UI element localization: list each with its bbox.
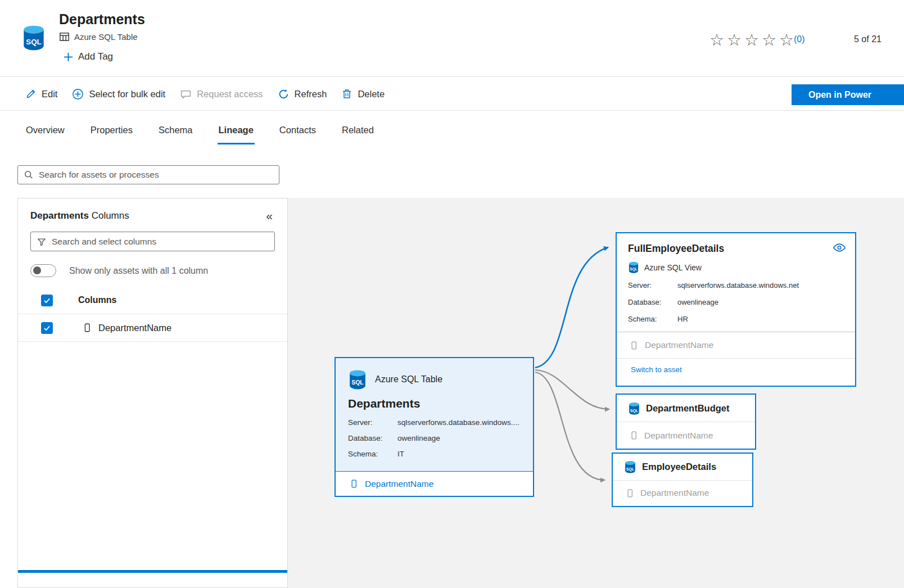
show-only-assets-toggle[interactable] xyxy=(30,264,56,277)
asset-search-input[interactable] xyxy=(39,170,273,180)
toggle-knob xyxy=(33,266,41,274)
column-name-label: DepartmentName xyxy=(98,323,171,333)
node-column-row[interactable]: DepartmentName xyxy=(336,471,533,496)
edge-departments-to-fullemployeedetails xyxy=(535,247,608,368)
lineage-content: Departments Columns « Show only assets w… xyxy=(0,198,904,588)
azure-sql-icon: SQL xyxy=(628,402,640,415)
tab-properties[interactable]: Properties xyxy=(89,119,134,144)
preview-icon[interactable] xyxy=(833,243,846,254)
schema-value: IT xyxy=(397,450,404,458)
edge-departments-to-employeedetails xyxy=(535,372,605,480)
svg-text:SQL: SQL xyxy=(630,408,639,413)
node-title: DepartmentBudget xyxy=(646,403,730,414)
bulk-edit-button[interactable]: Select for bulk edit xyxy=(72,88,165,100)
column-icon xyxy=(82,323,92,333)
refresh-label: Refresh xyxy=(295,89,327,99)
add-tag-label: Add Tag xyxy=(78,51,113,62)
svg-text:SQL: SQL xyxy=(626,467,635,471)
command-bar: Edit Select for bulk edit Request access xyxy=(0,78,904,111)
star-rating[interactable]: ☆☆☆☆☆ xyxy=(709,30,797,49)
add-tag-button[interactable]: Add Tag xyxy=(64,51,113,62)
toggle-label: Show only assets with all 1 column xyxy=(69,266,208,276)
columns-panel: Departments Columns « Show only assets w… xyxy=(17,198,288,588)
column-search-box xyxy=(30,232,275,251)
rating-count[interactable]: (0) xyxy=(794,34,805,44)
database-value: owenlineage xyxy=(677,298,718,306)
departmentname-checkbox[interactable] xyxy=(41,322,53,334)
tab-contacts[interactable]: Contacts xyxy=(278,119,317,144)
database-label: Database: xyxy=(628,298,677,306)
edge-departments-to-departmentbudget xyxy=(535,370,609,409)
panel-title-asset: Departments xyxy=(30,210,89,221)
collapse-panel-button[interactable]: « xyxy=(266,209,273,223)
database-value: owenlineage xyxy=(397,434,440,442)
node-column-name[interactable]: DepartmentName xyxy=(365,479,433,489)
lineage-node-departmentbudget[interactable]: SQL DepartmentBudget DepartmentName xyxy=(616,393,756,450)
open-in-power-bi-button[interactable]: Open in Power xyxy=(792,84,904,105)
trash-icon xyxy=(341,88,352,99)
node-column-row[interactable]: DepartmentName xyxy=(617,332,855,358)
toggle-row: Show only assets with all 1 column xyxy=(18,251,287,287)
svg-text:SQL: SQL xyxy=(351,379,364,386)
azure-sql-icon: SQL xyxy=(624,460,636,473)
tab-lineage[interactable]: Lineage xyxy=(218,119,255,144)
column-search-input[interactable] xyxy=(52,237,269,247)
star-icon[interactable]: ☆ xyxy=(709,31,727,49)
edit-label: Edit xyxy=(42,89,57,99)
server-label: Server: xyxy=(348,418,397,427)
server-label: Server: xyxy=(628,281,677,290)
column-row-departmentname[interactable]: DepartmentName xyxy=(18,314,287,342)
plus-icon xyxy=(64,52,73,62)
column-icon xyxy=(349,479,359,489)
columns-checkbox[interactable] xyxy=(41,295,53,306)
star-icon[interactable]: ☆ xyxy=(762,31,779,49)
node-column-name: DepartmentName xyxy=(645,340,713,350)
azure-sql-icon: SQL xyxy=(628,261,639,273)
pagination-indicator: 5 of 21 xyxy=(854,34,882,44)
page-title: Departments xyxy=(59,11,145,28)
schema-value: HR xyxy=(677,315,688,323)
panel-scrollbar[interactable] xyxy=(18,570,287,573)
edit-button[interactable]: Edit xyxy=(25,88,57,99)
departments-node-body: SQL Azure SQL Table Departments Server: … xyxy=(336,358,533,471)
tab-overview[interactable]: Overview xyxy=(25,119,66,144)
tab-schema[interactable]: Schema xyxy=(157,119,194,144)
tab-related[interactable]: Related xyxy=(341,119,375,144)
switch-to-asset-link[interactable]: Switch to asset xyxy=(631,365,682,374)
columns-header-label: Columns xyxy=(78,295,116,305)
lineage-node-departments[interactable]: SQL Azure SQL Table Departments Server: … xyxy=(335,357,534,497)
tab-strip: Overview Properties Schema Lineage Conta… xyxy=(0,111,904,152)
node-column-name: DepartmentName xyxy=(644,431,713,441)
pencil-icon xyxy=(25,88,37,99)
column-icon xyxy=(625,489,635,498)
svg-text:SQL: SQL xyxy=(26,38,41,46)
request-access-button[interactable]: Request access xyxy=(180,88,263,100)
purview-asset-page: SQL Departments Azure SQL Table xyxy=(0,0,904,588)
server-value: sqlserverforws.database.windows.... xyxy=(397,418,519,427)
delete-label: Delete xyxy=(358,89,385,99)
column-icon xyxy=(629,431,639,440)
node-column-name: DepartmentName xyxy=(640,488,709,498)
refresh-button[interactable]: Refresh xyxy=(278,88,327,100)
delete-button[interactable]: Delete xyxy=(341,88,385,99)
lineage-canvas[interactable]: SQL Azure SQL Table Departments Server: … xyxy=(288,198,904,588)
asset-header: SQL Departments Azure SQL Table xyxy=(0,0,904,77)
columns-header-row[interactable]: Columns xyxy=(18,287,287,314)
asset-search-box xyxy=(17,165,279,184)
search-icon xyxy=(24,170,34,180)
star-icon[interactable]: ☆ xyxy=(744,31,762,49)
lineage-node-employeedetails[interactable]: SQL EmployeeDetails DepartmentName xyxy=(612,453,753,507)
node-title: EmployeeDetails xyxy=(642,462,716,472)
chat-bubble-icon xyxy=(180,88,192,100)
azure-sql-icon: SQL xyxy=(348,369,367,390)
bulk-edit-label: Select for bulk edit xyxy=(89,89,165,99)
schema-label: Schema: xyxy=(628,315,677,323)
star-icon[interactable]: ☆ xyxy=(727,31,744,49)
server-value: sqlserverforws.database.windows.net xyxy=(677,281,799,290)
node-column-row[interactable]: DepartmentName xyxy=(613,480,752,506)
azure-sql-icon: SQL xyxy=(21,25,46,51)
node-column-row[interactable]: DepartmentName xyxy=(617,422,755,449)
asset-type-label: Azure SQL Table xyxy=(74,32,138,42)
svg-text:SQL: SQL xyxy=(630,267,637,272)
lineage-node-fullemployeedetails[interactable]: FullEmployeeDetails SQL xyxy=(616,232,856,387)
